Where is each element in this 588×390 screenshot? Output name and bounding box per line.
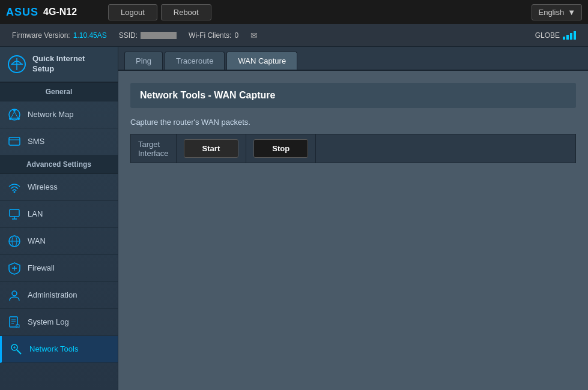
capture-row: Target Interface Start Stop	[131, 134, 576, 163]
svg-point-27	[17, 325, 18, 325]
tab-traceroute[interactable]: Traceroute	[165, 52, 225, 70]
svg-line-29	[17, 350, 21, 354]
sidebar-item-administration[interactable]: Administration	[0, 282, 118, 309]
svg-point-12	[14, 191, 16, 193]
lan-label: LAN	[28, 209, 43, 218]
sidebar-item-wan[interactable]: WAN	[0, 228, 118, 255]
target-interface-cell: Target Interface	[131, 134, 177, 163]
sidebar: Quick InternetSetup General Network Map	[0, 47, 118, 390]
quick-setup-label: Quick InternetSetup	[32, 54, 85, 74]
page-title-area: Network Tools - WAN Capture	[130, 83, 576, 108]
svg-line-7	[11, 112, 14, 118]
stop-cell: Stop	[246, 134, 316, 163]
page-title: Network Tools - WAN Capture	[140, 90, 276, 100]
layout: Quick InternetSetup General Network Map	[0, 47, 588, 390]
firmware-label: Firmware Version:	[12, 31, 70, 40]
content-area: Network Tools - WAN Capture Capture the …	[118, 71, 588, 390]
signal-bars	[563, 31, 576, 40]
quick-internet-setup[interactable]: Quick InternetSetup	[0, 47, 118, 83]
sms-label: SMS	[28, 137, 44, 146]
wan-label: WAN	[28, 236, 46, 245]
sidebar-item-firewall[interactable]: Firewall	[0, 255, 118, 282]
sidebar-item-network-tools[interactable]: Network Tools	[0, 336, 118, 363]
svg-rect-10	[9, 137, 20, 145]
ssid-status: SSID:	[119, 31, 177, 40]
network-map-icon	[7, 107, 22, 122]
system-log-label: System Log	[28, 317, 69, 326]
chevron-down-icon: ▼	[568, 8, 575, 17]
mail-status[interactable]: ✉	[250, 31, 258, 40]
ssid-value	[141, 32, 177, 39]
svg-line-8	[14, 112, 18, 118]
model-text: 4G-N12	[43, 7, 77, 17]
tab-wan-capture[interactable]: WAN Capture	[226, 52, 297, 70]
tabs-bar: Ping Traceroute WAN Capture	[118, 47, 588, 71]
language-label: English	[538, 8, 564, 17]
stop-button[interactable]: Stop	[253, 139, 308, 158]
statusbar: Firmware Version: 1.10.45AS SSID: Wi-Fi …	[0, 24, 588, 47]
signal-bar-1	[563, 37, 565, 40]
wan-icon	[7, 234, 22, 248]
svg-point-4	[13, 109, 16, 112]
logout-button[interactable]: Logout	[108, 4, 157, 20]
system-log-icon	[7, 315, 22, 329]
ssid-label: SSID:	[119, 31, 138, 40]
logo-text: ASUS	[6, 6, 38, 19]
wifi-clients-label: Wi-Fi Clients:	[189, 31, 231, 40]
sidebar-item-lan[interactable]: LAN	[0, 201, 118, 228]
network-map-label: Network Map	[28, 110, 74, 119]
network-tools-label: Network Tools	[29, 344, 78, 353]
wireless-icon	[7, 180, 22, 194]
mail-icon: ✉	[250, 31, 258, 40]
general-section-header: General	[0, 83, 118, 101]
administration-icon	[7, 288, 22, 302]
wireless-label: Wireless	[28, 182, 58, 191]
signal-status: GLOBE	[535, 31, 576, 40]
sidebar-item-sms[interactable]: SMS	[0, 128, 118, 155]
start-button[interactable]: Start	[184, 139, 239, 158]
signal-bar-2	[566, 35, 569, 40]
firewall-label: Firewall	[28, 263, 55, 272]
main-content: Ping Traceroute WAN Capture Network Tool…	[118, 47, 588, 390]
capture-table: Target Interface Start Stop	[130, 134, 576, 163]
sms-icon	[7, 134, 22, 149]
language-selector[interactable]: English ▼	[532, 4, 582, 20]
wifi-clients-value: 0	[234, 31, 238, 40]
logo-area: ASUS 4G-N12	[6, 6, 102, 19]
signal-bar-3	[570, 33, 572, 40]
description-text: Capture the router's WAN packets.	[130, 118, 576, 127]
firmware-value[interactable]: 1.10.45AS	[73, 31, 107, 40]
sidebar-item-network-map[interactable]: Network Map	[0, 101, 118, 128]
sidebar-item-system-log[interactable]: System Log	[0, 309, 118, 336]
sidebar-item-wireless[interactable]: Wireless	[0, 174, 118, 201]
lan-icon	[7, 207, 22, 221]
quick-setup-icon	[7, 55, 26, 74]
advanced-settings-header: Advanced Settings	[0, 155, 118, 174]
tab-ping[interactable]: Ping	[124, 52, 163, 70]
reboot-button[interactable]: Reboot	[161, 4, 211, 20]
header: ASUS 4G-N12 Logout Reboot English ▼	[0, 0, 588, 24]
start-cell: Start	[176, 134, 246, 163]
svg-point-21	[12, 291, 17, 296]
firmware-status: Firmware Version: 1.10.45AS	[12, 31, 107, 40]
firewall-icon	[7, 261, 22, 275]
header-buttons: Logout Reboot	[108, 4, 526, 20]
wifi-clients-status: Wi-Fi Clients: 0	[189, 31, 238, 40]
signal-bar-4	[574, 31, 576, 40]
administration-label: Administration	[28, 290, 77, 299]
network-name: GLOBE	[535, 31, 560, 40]
network-tools-icon	[9, 342, 23, 356]
svg-rect-13	[10, 209, 19, 217]
